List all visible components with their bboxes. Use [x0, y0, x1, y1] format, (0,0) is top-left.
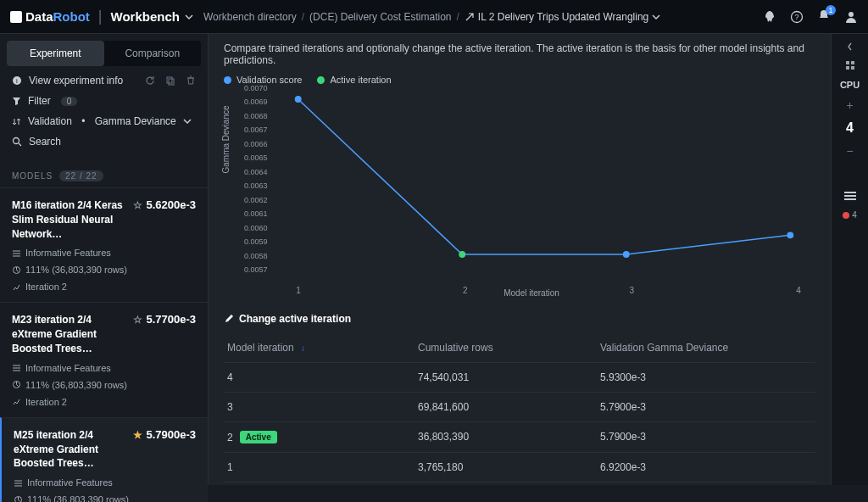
y-tick: 0.0067: [244, 126, 268, 134]
pencil-icon: [224, 314, 234, 324]
y-tick: 0.0070: [244, 84, 268, 92]
model-features: Informative Features: [12, 363, 196, 373]
y-tick: 0.0064: [244, 168, 268, 176]
change-active-header[interactable]: Change active iteration: [224, 313, 815, 325]
trash-icon[interactable]: [186, 75, 196, 86]
x-tick: 2: [463, 286, 468, 295]
y-tick: 0.0061: [244, 209, 268, 218]
y-axis-label: Gamma Deviance: [221, 105, 231, 173]
view-experiment-info[interactable]: i View experiment info: [12, 75, 196, 86]
chevron-down-icon: [185, 13, 193, 21]
copy-icon[interactable]: [165, 75, 175, 86]
chart-legend: Validation score Active iteration: [224, 75, 815, 85]
svg-rect-0: [10, 11, 22, 23]
tab-experiment[interactable]: Experiment: [7, 41, 104, 66]
table-row[interactable]: 13,765,1806.9200e-3: [224, 453, 815, 482]
jobs-count: 4: [843, 210, 857, 220]
crumb-current[interactable]: IL 2 Delivery Trips Updated Wrangling: [465, 11, 660, 23]
x-axis-label: Model iteration: [248, 288, 815, 298]
star-icon[interactable]: ☆: [133, 199, 142, 211]
svg-rect-7: [169, 79, 174, 85]
sort-desc-icon: ↓: [301, 343, 305, 353]
col-header-iteration[interactable]: Model iteration ↓: [227, 342, 418, 354]
user-icon[interactable]: [844, 10, 858, 24]
chevron-down-icon: [652, 13, 660, 21]
model-sampling: 111% (36,803,390 rows): [12, 265, 196, 275]
svg-rect-15: [851, 66, 854, 70]
data-point[interactable]: [787, 231, 793, 238]
col-header-rows[interactable]: Cumulative rows: [418, 342, 600, 354]
svg-rect-17: [844, 195, 856, 197]
y-tick: 0.0068: [244, 112, 268, 120]
model-card[interactable]: M25 iteration 2/4 eXtreme Gradient Boost…: [0, 417, 208, 502]
model-score: ★5.7900e-3: [133, 428, 196, 441]
sort-icon: [12, 117, 21, 126]
logo[interactable]: DataRobot: [10, 9, 90, 24]
filter-toggle[interactable]: Filter 0: [12, 95, 196, 107]
svg-rect-6: [167, 77, 172, 83]
col-header-validation[interactable]: Validation Gamma Deviance: [600, 342, 812, 354]
grid-icon[interactable]: [844, 59, 856, 71]
crumb-link[interactable]: (DCE) Delivery Cost Estimation: [309, 11, 451, 23]
svg-text:i: i: [16, 77, 18, 85]
table-row[interactable]: 2 Active36,803,3905.7900e-3: [224, 422, 815, 453]
svg-rect-13: [851, 61, 854, 64]
x-tick: 1: [296, 286, 301, 295]
star-icon[interactable]: ☆: [133, 314, 142, 326]
y-tick: 0.0066: [244, 140, 268, 148]
chevron-down-icon: [183, 117, 192, 126]
data-point[interactable]: [459, 251, 465, 258]
data-point[interactable]: [295, 96, 302, 103]
y-tick: 0.0063: [244, 181, 268, 190]
y-tick: 0.0059: [244, 237, 268, 246]
divider: |: [98, 8, 103, 25]
worker-count: 4: [846, 120, 854, 136]
model-title: M16 iteration 2/4 Keras Slim Residual Ne…: [12, 198, 131, 241]
model-features: Informative Features: [14, 477, 196, 488]
y-tick: 0.0065: [244, 153, 268, 162]
model-card[interactable]: M16 iteration 2/4 Keras Slim Residual Ne…: [0, 187, 208, 302]
tab-comparison[interactable]: Comparison: [104, 41, 202, 66]
model-sampling: 111% (36,803,390 rows): [12, 380, 196, 390]
remove-worker[interactable]: −: [846, 144, 853, 158]
table-row[interactable]: 474,540,0315.9300e-3: [224, 363, 815, 393]
model-card[interactable]: M23 iteration 2/4 eXtreme Gradient Boost…: [0, 302, 208, 416]
help-icon[interactable]: ?: [790, 10, 804, 24]
crumb-link[interactable]: Workbench directory: [203, 11, 297, 23]
x-tick: 3: [630, 286, 635, 295]
filter-icon: [12, 97, 21, 106]
chevron-left-icon[interactable]: [846, 42, 854, 51]
sort-control[interactable]: Validation • Gamma Deviance: [12, 115, 196, 127]
model-title: M25 iteration 2/4 eXtreme Gradient Boost…: [14, 428, 132, 471]
y-tick: 0.0060: [244, 224, 268, 232]
notif-badge: 1: [826, 5, 836, 15]
y-tick: 0.0069: [244, 98, 268, 106]
rocket-icon[interactable]: [763, 10, 776, 24]
x-tick: 4: [796, 286, 801, 295]
star-icon[interactable]: ★: [133, 429, 142, 441]
models-header: MODELS 22 / 22: [0, 165, 208, 187]
svg-rect-12: [846, 61, 849, 64]
logo-icon: [10, 11, 22, 23]
model-sampling: 111% (36,803,390 rows): [14, 494, 196, 502]
svg-rect-16: [844, 192, 856, 193]
table-row[interactable]: 369,841,6005.7900e-3: [224, 393, 815, 422]
share-icon: [465, 12, 475, 22]
model-iteration: Iteration 2: [12, 282, 196, 292]
notifications-button[interactable]: 1: [817, 8, 831, 25]
model-score: ☆5.6200e-3: [133, 198, 196, 211]
pagination: Previous 1 Next 4 per page 1-4 of 4 item…: [224, 482, 815, 485]
y-tick: 0.0057: [244, 265, 268, 274]
workbench-dropdown[interactable]: Workbench: [111, 9, 193, 24]
refresh-icon[interactable]: [145, 75, 155, 86]
right-rail: CPU + 4 − 4: [831, 34, 868, 485]
svg-point-3: [849, 12, 854, 17]
search-icon: [12, 137, 22, 147]
svg-text:?: ?: [794, 13, 798, 21]
search-button[interactable]: Search: [12, 136, 196, 148]
model-score: ☆5.7700e-3: [133, 313, 196, 326]
queue-icon[interactable]: [844, 190, 856, 202]
data-point[interactable]: [623, 251, 630, 258]
info-icon: i: [12, 75, 22, 86]
add-worker[interactable]: +: [846, 98, 853, 112]
